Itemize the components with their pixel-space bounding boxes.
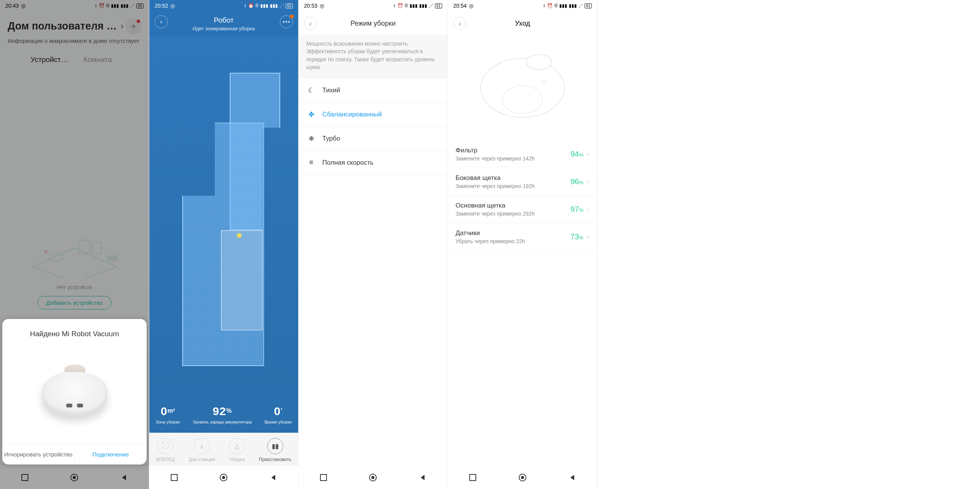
- pause-icon: ▮▮: [267, 438, 283, 454]
- control-row: ⛶ ВПЕРЕД ⏚ Док-станция △ Уборка ▮▮ Приос…: [149, 433, 298, 466]
- svg-rect-14: [470, 474, 476, 481]
- maintenance-item[interactable]: ДатчикиУбрать через примерно 22h73%›: [448, 223, 597, 251]
- page-title: Режим уборки: [299, 20, 448, 28]
- pause-button[interactable]: ▮▮ Приостановить: [259, 438, 291, 462]
- clean-button[interactable]: △ Уборка: [229, 438, 245, 462]
- app-header: ‹ Робот Идет зонированная уборка: [149, 11, 298, 37]
- battery-icon: 61: [435, 3, 442, 8]
- signal-icon: ▮▮▮: [569, 3, 577, 8]
- svg-rect-11: [320, 474, 327, 481]
- cleaning-map[interactable]: [149, 37, 298, 395]
- more-button[interactable]: [280, 15, 293, 28]
- maintenance-title: Фильтр: [456, 147, 570, 154]
- robot-position-icon: [237, 234, 241, 237]
- bluetooth-icon: ᚼ: [393, 3, 396, 8]
- battery-icon: 61: [585, 3, 592, 8]
- nav-back[interactable]: [555, 470, 590, 485]
- wifi-icon: ⋰: [429, 3, 433, 8]
- page-title: Уход: [448, 20, 597, 28]
- wifi-icon: ⋰: [279, 3, 284, 8]
- bluetooth-icon: ᚼ: [244, 3, 247, 8]
- maintenance-item[interactable]: Боковая щеткаЗамените через примерно 192…: [448, 168, 597, 196]
- maintenance-percent: 96%: [570, 177, 583, 186]
- instagram-icon: ◎: [170, 3, 175, 9]
- robot-image: [2, 338, 147, 444]
- bluetooth-icon: ᚼ: [543, 3, 546, 8]
- nav-back[interactable]: [405, 470, 440, 485]
- forward-button[interactable]: ⛶ ВПЕРЕД: [156, 438, 175, 462]
- maintenance-subtitle: Убрать через примерно 22h: [456, 238, 570, 244]
- maintenance-title: Основная щетка: [456, 202, 570, 209]
- vacuum-icon: △: [229, 438, 245, 454]
- registered-icon: ®: [255, 3, 259, 8]
- status-bar: 20:53 ◎ ᚼ ⏰ ® ▮▮▮ ▮▮▮ ⋰ 61: [299, 0, 448, 11]
- battery-icon: 62: [286, 3, 293, 8]
- maintenance-item[interactable]: Основная щеткаЗамените через примерно 29…: [448, 196, 597, 223]
- nav-home[interactable]: [206, 470, 241, 485]
- maintenance-subtitle: Замените через примерно 292h: [456, 211, 570, 217]
- registered-icon: ®: [405, 3, 408, 8]
- alarm-icon: ⏰: [397, 3, 403, 8]
- nav-home[interactable]: [505, 470, 540, 485]
- fan-icon: ✤: [307, 110, 315, 119]
- status-bar: 20:52 ◎ ᚼ ⏰ ® ▮▮▮ ▮▮▮ ⋰ 62: [149, 0, 298, 11]
- nav-home[interactable]: [356, 470, 390, 485]
- nav-recent[interactable]: [306, 470, 341, 485]
- vacuum-illustration: [448, 35, 597, 141]
- dock-button[interactable]: ⏚ Док-станция: [189, 438, 215, 462]
- maintenance-title: Датчики: [456, 229, 570, 237]
- mode-full-speed[interactable]: ≡ Полная скорость: [299, 151, 448, 175]
- clock: 20:53: [304, 3, 317, 9]
- svg-point-16: [521, 476, 524, 479]
- maintenance-percent: 94%: [570, 150, 583, 159]
- svg-point-10: [222, 476, 225, 479]
- registered-icon: ®: [554, 3, 558, 8]
- chevron-right-icon: ›: [587, 233, 590, 241]
- mode-quiet[interactable]: ☾ Тихий: [299, 79, 448, 103]
- svg-point-13: [371, 476, 374, 479]
- mode-label: Тихий: [322, 87, 340, 94]
- chevron-left-icon: ‹: [160, 18, 162, 25]
- page-title: Робот: [149, 16, 298, 25]
- nav-recent[interactable]: [456, 470, 490, 485]
- nav-back[interactable]: [256, 470, 291, 485]
- alarm-icon: ⏰: [248, 3, 254, 8]
- signal-icon: ▮▮▮: [270, 3, 278, 8]
- maintenance-title: Боковая щетка: [456, 174, 570, 182]
- mode-label: Сбалансированный: [322, 111, 382, 118]
- signal-icon: ▮▮▮: [410, 3, 418, 8]
- sheet-title: Найдено Mi Robot Vacuum: [2, 330, 147, 338]
- nav-recent[interactable]: [157, 470, 191, 485]
- alarm-icon: ⏰: [547, 3, 553, 8]
- mode-balanced[interactable]: ✤ Сбалансированный: [299, 103, 448, 127]
- stat-time: 0' Время уборки: [265, 405, 292, 424]
- maintenance-item[interactable]: ФильтрЗамените через примерно 142h94%›: [448, 141, 597, 168]
- chevron-right-icon: ›: [587, 205, 590, 213]
- stat-area: 0m² Зона уборки: [156, 405, 180, 424]
- instagram-icon: ◎: [469, 3, 474, 9]
- maintenance-percent: 73%: [570, 232, 583, 241]
- chevron-right-icon: ›: [587, 178, 590, 186]
- device-found-sheet: Найдено Mi Robot Vacuum Игнорировать уст…: [2, 319, 147, 464]
- mode-turbo[interactable]: ❄ Турбо: [299, 127, 448, 151]
- tornado-icon: ≡: [307, 159, 315, 167]
- mode-label: Полная скорость: [322, 159, 374, 167]
- fullscreen-icon: ⛶: [157, 438, 173, 454]
- chevron-right-icon: ›: [587, 150, 590, 158]
- snowflake-icon: ❄: [307, 134, 315, 143]
- stat-battery: 92% Уровень заряда аккумулятора: [193, 405, 252, 424]
- instagram-icon: ◎: [320, 3, 324, 9]
- maintenance-subtitle: Замените через примерно 142h: [456, 155, 570, 162]
- signal-icon: ▮▮▮: [559, 3, 567, 8]
- app-header: ‹ Режим уборки: [299, 11, 448, 35]
- signal-icon: ▮▮▮: [260, 3, 268, 8]
- signal-icon: ▮▮▮: [419, 3, 427, 8]
- maintenance-subtitle: Замените через примерно 192h: [456, 183, 570, 189]
- clock: 20:54: [453, 3, 467, 9]
- ignore-device-button[interactable]: Игнорировать устройство: [2, 444, 75, 464]
- clock: 20:52: [155, 3, 168, 9]
- maintenance-percent: 97%: [570, 205, 583, 214]
- connect-device-button[interactable]: Подключение: [75, 444, 147, 464]
- wifi-icon: ⋰: [578, 3, 583, 8]
- svg-rect-8: [171, 474, 177, 481]
